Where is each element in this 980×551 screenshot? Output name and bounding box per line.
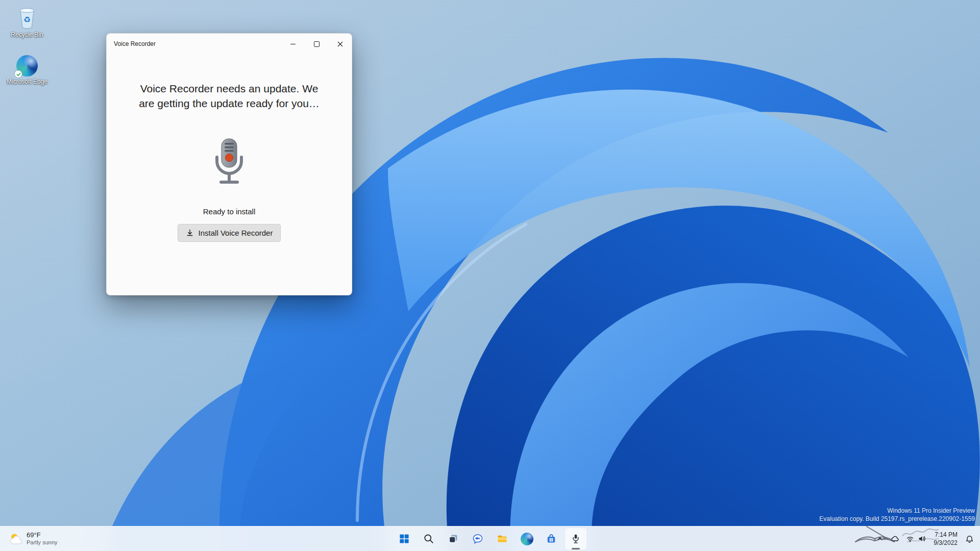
window-titlebar[interactable]: Voice Recorder [107, 34, 352, 54]
watermark-line2: Evaluation copy. Build 25197.rs_prerelea… [819, 515, 975, 523]
watermark-line1: Windows 11 Pro Insider Preview [819, 507, 975, 515]
desktop-icon-microsoft-edge[interactable]: Microsoft Edge [5, 55, 49, 85]
file-explorer-button[interactable] [491, 528, 513, 550]
onedrive-button[interactable] [888, 529, 902, 549]
store-bag-icon [545, 533, 557, 545]
volume-icon [918, 535, 926, 543]
maximize-icon [314, 41, 320, 47]
edge-button[interactable] [516, 528, 538, 550]
desktop-icon-label: Microsoft Edge [7, 78, 47, 85]
tray-date: 9/3/2022 [934, 539, 958, 547]
install-status: Ready to install [203, 207, 256, 216]
network-volume-button[interactable] [903, 529, 929, 549]
taskbar-center-buttons [393, 528, 587, 550]
window-title: Voice Recorder [107, 34, 281, 54]
partly-sunny-icon [8, 532, 22, 546]
search-button[interactable] [418, 528, 440, 550]
weather-condition: Partly sunny [27, 539, 58, 546]
maximize-button[interactable] [305, 34, 328, 54]
weather-temperature: 69°F [27, 531, 58, 539]
taskbar: 69°F Partly sunny [0, 526, 980, 551]
voice-recorder-taskbar-button[interactable] [565, 528, 587, 550]
onedrive-cloud-icon [891, 535, 899, 543]
install-voice-recorder-button[interactable]: Install Voice Recorder [178, 224, 281, 242]
clock-button[interactable]: 7:14 PM 9/3/2022 [929, 529, 962, 549]
window-body: Voice Recorder needs an update. We are g… [107, 54, 352, 242]
task-view-button[interactable] [442, 528, 464, 550]
widgets-weather-button[interactable]: 69°F Partly sunny [2, 528, 64, 550]
system-tray: 7:14 PM 9/3/2022 [873, 528, 977, 550]
notification-bell-icon [965, 535, 974, 543]
edge-sync-badge-icon [15, 70, 22, 78]
task-view-icon [447, 533, 459, 545]
caption-buttons [281, 34, 352, 54]
folder-icon [496, 533, 508, 545]
recycle-bin-icon: ♻ [16, 6, 38, 30]
start-button[interactable] [393, 528, 415, 550]
voice-recorder-window: Voice Recorder Voice Recorder needs an u… [106, 33, 352, 295]
close-icon [337, 41, 343, 47]
edge-icon [521, 533, 533, 545]
wifi-icon [906, 535, 914, 543]
tray-time: 7:14 PM [935, 531, 958, 539]
evaluation-watermark: Windows 11 Pro Insider Preview Evaluatio… [819, 507, 975, 523]
close-button[interactable] [328, 34, 352, 54]
desktop-icon-label: Recycle Bin [11, 31, 43, 38]
microphone-icon [570, 533, 582, 545]
desktop-icon-recycle-bin[interactable]: ♻ Recycle Bin [5, 6, 49, 38]
record-dot [226, 154, 233, 161]
search-icon [423, 533, 435, 545]
show-hidden-icons-button[interactable] [873, 529, 887, 549]
download-icon [186, 229, 194, 237]
update-message: Voice Recorder needs an update. We are g… [134, 82, 324, 111]
chat-button[interactable] [467, 528, 489, 550]
minimize-button[interactable] [281, 34, 305, 54]
windows-logo-icon [398, 533, 410, 545]
notification-center-button[interactable] [962, 529, 977, 549]
microphone-icon [206, 136, 253, 187]
minimize-icon [290, 44, 296, 44]
install-button-label: Install Voice Recorder [199, 229, 273, 237]
chat-icon [472, 533, 484, 545]
edge-icon [16, 55, 38, 77]
chevron-up-icon [876, 535, 884, 543]
weather-text: 69°F Partly sunny [27, 531, 58, 546]
active-app-indicator [572, 548, 580, 549]
recycle-symbol: ♻ [23, 15, 31, 24]
microsoft-store-button[interactable] [540, 528, 562, 550]
